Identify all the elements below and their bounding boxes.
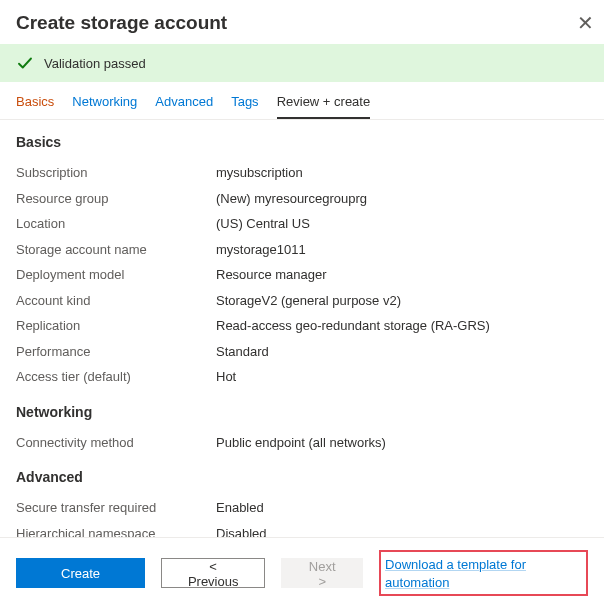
row-value: Hot <box>216 367 236 387</box>
table-row: Storage account namemystorage1011 <box>16 237 588 263</box>
row-value: (US) Central US <box>216 214 310 234</box>
validation-banner: Validation passed <box>0 44 604 82</box>
table-row: Hierarchical namespaceDisabled <box>16 521 588 538</box>
row-value: mysubscription <box>216 163 303 183</box>
table-row: Connectivity methodPublic endpoint (all … <box>16 430 588 456</box>
section-basics-title: Basics <box>16 134 588 150</box>
section-advanced-title: Advanced <box>16 469 588 485</box>
footer: Create < Previous Next > Download a temp… <box>0 537 604 608</box>
table-row: PerformanceStandard <box>16 339 588 365</box>
next-button: Next > <box>281 558 363 588</box>
row-label: Secure transfer required <box>16 498 216 518</box>
table-row: Account kindStorageV2 (general purpose v… <box>16 288 588 314</box>
table-row: Resource group(New) myresourcegrouprg <box>16 186 588 212</box>
table-row: Secure transfer requiredEnabled <box>16 495 588 521</box>
previous-button[interactable]: < Previous <box>161 558 265 588</box>
row-label: Location <box>16 214 216 234</box>
row-value: StorageV2 (general purpose v2) <box>216 291 401 311</box>
section-networking-title: Networking <box>16 404 588 420</box>
row-value: (New) myresourcegrouprg <box>216 189 367 209</box>
table-row: ReplicationRead-access geo-redundant sto… <box>16 313 588 339</box>
table-row: Subscriptionmysubscription <box>16 160 588 186</box>
row-label: Replication <box>16 316 216 336</box>
row-value: Standard <box>216 342 269 362</box>
tab-advanced[interactable]: Advanced <box>155 94 213 119</box>
tab-tags[interactable]: Tags <box>231 94 258 119</box>
create-button[interactable]: Create <box>16 558 145 588</box>
row-value: Enabled <box>216 498 264 518</box>
row-label: Resource group <box>16 189 216 209</box>
row-label: Performance <box>16 342 216 362</box>
tab-bar: Basics Networking Advanced Tags Review +… <box>0 82 604 120</box>
tab-review-create[interactable]: Review + create <box>277 94 371 119</box>
row-value: Resource manager <box>216 265 327 285</box>
check-icon <box>16 54 34 72</box>
validation-text: Validation passed <box>44 56 146 71</box>
table-row: Deployment modelResource manager <box>16 262 588 288</box>
row-label: Hierarchical namespace <box>16 524 216 538</box>
tab-networking[interactable]: Networking <box>72 94 137 119</box>
row-value: Disabled <box>216 524 267 538</box>
row-label: Access tier (default) <box>16 367 216 387</box>
row-label: Connectivity method <box>16 433 216 453</box>
row-label: Storage account name <box>16 240 216 260</box>
page-title: Create storage account <box>16 12 227 34</box>
row-value: Public endpoint (all networks) <box>216 433 386 453</box>
table-row: Access tier (default)Hot <box>16 364 588 390</box>
download-template-link[interactable]: Download a template for automation <box>385 557 526 590</box>
row-label: Deployment model <box>16 265 216 285</box>
row-value: Read-access geo-redundant storage (RA-GR… <box>216 316 490 336</box>
row-label: Account kind <box>16 291 216 311</box>
table-row: Location(US) Central US <box>16 211 588 237</box>
review-body: Basics Subscriptionmysubscription Resour… <box>0 120 604 537</box>
download-template-highlight: Download a template for automation <box>379 550 588 596</box>
row-value: mystorage1011 <box>216 240 306 260</box>
close-icon[interactable]: ✕ <box>577 13 594 33</box>
row-label: Subscription <box>16 163 216 183</box>
tab-basics[interactable]: Basics <box>16 94 54 119</box>
